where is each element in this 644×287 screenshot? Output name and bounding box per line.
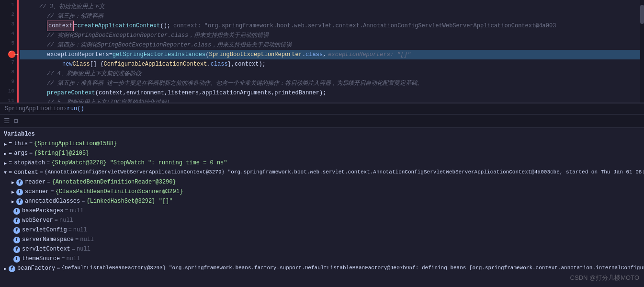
code-line: // 第三步：创建容器 (20, 11, 644, 21)
breadcrumb-method: run() (67, 105, 84, 112)
expand-arrow[interactable] (11, 199, 14, 205)
expand-arrow[interactable] (4, 170, 7, 175)
var-row-annotatedclasses[interactable]: f annotatedClasses = {LinkedHashSet@3292… (0, 197, 644, 207)
var-row-servernamespace[interactable]: f serverNamespace = null (0, 235, 644, 245)
var-icon-f: f (16, 198, 23, 205)
var-icon-f: f (9, 265, 15, 272)
var-icon-f: f (13, 237, 20, 243)
var-icon-eq: = (9, 169, 12, 176)
var-icon-f: f (16, 179, 23, 186)
code-line: // 5、刷新应用上下文(IOC容器的初始化过程) (20, 98, 644, 103)
columns-icon[interactable]: ⊞ (14, 117, 18, 125)
breadcrumb: SpringApplication › run() (0, 103, 644, 115)
scroll-thumb[interactable] (640, 5, 644, 24)
code-line: prepareContext ( context , environment ,… (20, 88, 644, 98)
expand-arrow[interactable] (11, 180, 14, 185)
code-line: // 第四步：实例化SpringBootExceptionReporter.cl… (20, 40, 644, 50)
debug-pointer: → (14, 50, 18, 59)
expand-arrow[interactable] (4, 151, 7, 157)
watermark: CSDN @打分几楼MOTO (570, 274, 639, 282)
var-row-reader[interactable]: f reader = {AnnotatedBeanDefinitionReade… (0, 178, 644, 187)
var-row-webserver[interactable]: f webServer = null (0, 216, 644, 226)
var-icon-eq: = (9, 140, 12, 147)
expand-arrow[interactable] (4, 141, 7, 147)
var-row-basepackages[interactable]: f basePackages = null (0, 207, 644, 216)
expand-arrow[interactable] (4, 266, 7, 272)
var-icon-eq: = (9, 150, 12, 157)
var-row-scanner[interactable]: f scanner = {ClassPathBeanDefinitionScan… (0, 187, 644, 197)
var-icon-f: f (13, 246, 20, 253)
breadcrumb-separator: › (63, 105, 67, 112)
var-icon-eq: = (9, 160, 12, 166)
variables-panel: ☰ ⊞ Variables = this = {SpringApplicatio… (0, 115, 644, 287)
panel-toolbar: ☰ ⊞ (0, 115, 644, 128)
list-icon[interactable]: ☰ (4, 117, 10, 125)
var-row-servletcontext[interactable]: f servletContext = null (0, 245, 644, 254)
scroll-bar[interactable] (640, 0, 644, 103)
code-line: // 实例化SpringBootExceptionReporter.class，… (20, 31, 644, 40)
code-line: // 4、刷新应用上下文前的准备阶段 (20, 69, 644, 79)
var-row-this[interactable]: = this = {SpringApplication@1588} (0, 139, 644, 149)
breadcrumb-class: SpringApplication (5, 105, 63, 112)
var-row-servletconfig[interactable]: f servletConfig = null (0, 226, 644, 235)
code-content: // 3、初始化应用上下文 // 第三步：创建容器 context = crea… (0, 0, 644, 103)
code-line: // 第五步：准备容器 这一步主要是在容器刷新之前的准备动作。包含一个非常关键的… (20, 79, 644, 88)
code-editor: 1 2 3 4 5 6 7 8 9 10 11 // 3、初始化应用上下文 //… (0, 0, 644, 103)
var-icon-f: f (13, 208, 20, 215)
var-row-args[interactable]: = args = {String[1]@2105} (0, 149, 644, 159)
code-line: new Class [] { ConfigurableApplicationCo… (20, 59, 644, 69)
var-row-beanfactory[interactable]: f beanFactory = {DefaultListableBeanFact… (0, 264, 644, 274)
var-icon-f: f (13, 227, 20, 234)
var-row-context[interactable]: = context = {AnnotationConfigServletWebS… (0, 168, 644, 178)
variable-tree: = this = {SpringApplication@1588} = args… (0, 139, 644, 286)
code-line: context = createApplicationContext (); c… (20, 21, 644, 31)
var-icon-f: f (16, 189, 23, 195)
var-icon-f: f (13, 218, 20, 224)
expand-arrow[interactable] (4, 161, 7, 166)
code-line: // 3、初始化应用上下文 (20, 2, 644, 11)
expand-arrow[interactable] (11, 189, 14, 195)
code-line-highlighted: 🔴 → exceptionReporters = getSpringFactor… (20, 50, 644, 59)
variables-label: Variables (0, 129, 644, 139)
var-icon-f: f (13, 256, 20, 263)
var-row-stopwatch[interactable]: = stopWatch = {StopWatch@3278} "StopWatc… (0, 159, 644, 168)
var-row-themesource[interactable]: f themeSource = null (0, 254, 644, 264)
